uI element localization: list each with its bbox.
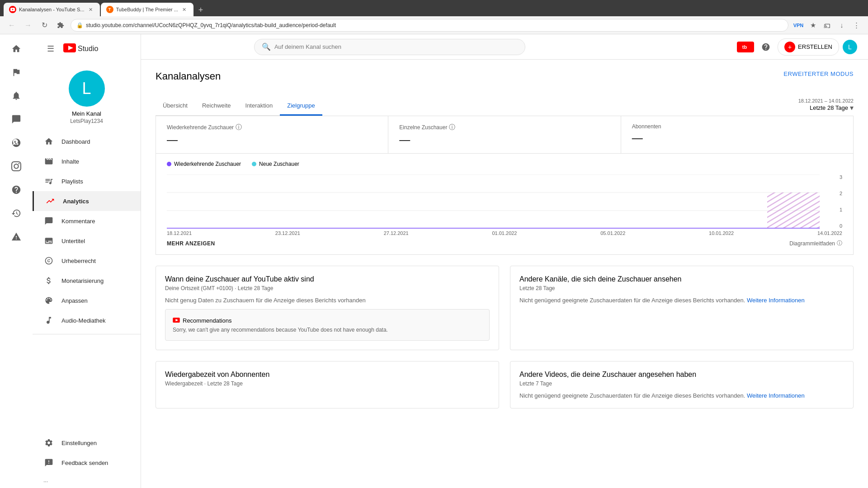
rec-header: Recommendations — [173, 317, 482, 324]
info-card-active-times: Wann deine Zuschauer auf YouTube aktiv s… — [156, 266, 499, 350]
extensions-button[interactable] — [54, 19, 67, 32]
other-videos-link[interactable]: Weitere Informationen — [747, 392, 805, 399]
tab-close-1[interactable]: ✕ — [87, 6, 94, 13]
help-button[interactable] — [758, 39, 774, 55]
quick-icon-bell[interactable] — [5, 85, 27, 107]
more-button[interactable]: ... — [33, 473, 141, 488]
user-avatar[interactable]: L — [843, 40, 857, 54]
cast-icon[interactable] — [821, 19, 834, 32]
sidebar-label-audio-mediathek: Audio-Mediathek — [61, 317, 106, 324]
tubebuddy-button[interactable]: tb — [737, 42, 754, 52]
nav-divider — [33, 334, 141, 334]
quick-icon-home[interactable] — [5, 38, 27, 60]
new-tab-button[interactable]: + — [194, 4, 207, 16]
chart-container: 3 2 1 0 — [167, 174, 842, 229]
channel-profile: L Mein Kanal LetsPlay1234 — [33, 63, 141, 131]
address-bar[interactable]: 🔒 studio.youtube.com/channel/UCocN6zQPHQ… — [71, 19, 788, 32]
diagramm-link[interactable]: Diagrammleitfaden ⓘ — [789, 239, 842, 247]
other-channels-subtitle: Letzte 28 Tage — [519, 285, 844, 291]
browser-tab-active[interactable]: Kanalanalysen - YouTube S... ✕ — [4, 3, 100, 16]
chart-x-labels: 18.12.2021 23.12.2021 27.12.2021 01.01.2… — [167, 230, 842, 236]
legend-item-1: Neue Zuschauer — [252, 161, 299, 167]
quick-icon-message[interactable] — [5, 108, 27, 130]
channel-handle: LetsPlay1234 — [70, 118, 103, 124]
tab-ubersicht[interactable]: Übersicht — [156, 97, 195, 116]
nav-items: Dashboard Inhalte Playlists Analytics — [33, 131, 141, 330]
sidebar-item-feedback[interactable]: Feedback senden — [33, 453, 141, 473]
sidebar-item-dashboard[interactable]: Dashboard — [33, 131, 141, 151]
sidebar-item-inhalte[interactable]: Inhalte — [33, 151, 141, 171]
sidebar-label-analytics: Analytics — [63, 198, 89, 205]
search-bar[interactable]: 🔍 — [254, 39, 525, 55]
money-icon — [43, 275, 54, 286]
main-content: 🔍 tb + ERSTELLEN L — [141, 34, 868, 488]
search-input[interactable] — [274, 43, 518, 50]
sidebar-item-playlists[interactable]: Playlists — [33, 171, 141, 191]
sidebar-item-analytics[interactable]: Analytics — [33, 191, 141, 211]
subtitle-icon — [43, 235, 54, 246]
vpn-icon[interactable]: VPN — [792, 19, 805, 32]
sidebar-label-inhalte: Inhalte — [61, 158, 79, 165]
sidebar-item-monetarisierung[interactable]: Monetarisierung — [33, 271, 141, 291]
quick-icon-warning[interactable] — [5, 226, 27, 248]
quick-icon-instagram[interactable] — [5, 155, 27, 177]
date-range-label: Letzte 28 Tage — [810, 104, 848, 111]
browser-tab-2[interactable]: T TubeBuddy | The Premier ... ✕ — [101, 3, 193, 16]
erstellen-button[interactable]: + ERSTELLEN — [778, 38, 839, 56]
metric-value-2: — — [632, 131, 842, 144]
sidebar-item-urheberrecht[interactable]: Urheberrecht — [33, 251, 141, 271]
metric-card-0: Wiederkehrende Zuschauer ⓘ — — [156, 116, 388, 153]
info-card-other-videos: Andere Videos, die deine Zuschauer anges… — [510, 361, 854, 408]
download-icon[interactable]: ↓ — [835, 19, 848, 32]
analytics-content: Kanalanalysen ERWEITERTER MODUS Übersich… — [141, 60, 868, 488]
date-range-select[interactable]: Letzte 28 Tage ▾ — [810, 103, 854, 112]
more-options-icon[interactable]: ⋮ — [850, 19, 863, 32]
search-icon: 🔍 — [262, 42, 271, 51]
tab-zielgruppe[interactable]: Zielgruppe — [280, 97, 322, 116]
yt-logo-text: Studio — [78, 45, 98, 53]
extended-mode-link[interactable]: ERWEITERTER MODUS — [783, 70, 854, 77]
chart-svg — [167, 174, 842, 229]
back-button[interactable]: ← — [5, 19, 18, 32]
quick-icon-whatsapp[interactable] — [5, 132, 27, 154]
sidebar-item-kommentare[interactable]: Kommentare — [33, 211, 141, 231]
quick-icon-flag[interactable] — [5, 61, 27, 83]
erstellen-label: ERSTELLEN — [798, 43, 832, 50]
page-title: Kanalanalysen — [156, 70, 221, 82]
legend-dot-blue — [252, 162, 256, 166]
playlist-icon — [43, 176, 54, 187]
sidebar-item-einstellungen[interactable]: Einstellungen — [33, 433, 141, 453]
info-icon-0[interactable]: ⓘ — [236, 123, 242, 131]
hamburger-button[interactable]: ☰ — [43, 42, 58, 56]
other-channels-link[interactable]: Weitere Informationen — [747, 297, 805, 304]
mehr-anzeigen-button[interactable]: MEHR ANZEIGEN — [167, 240, 215, 247]
y-axis-labels: 3 2 1 0 — [840, 174, 842, 229]
reload-button[interactable]: ↻ — [38, 19, 51, 32]
comment-icon — [43, 216, 54, 226]
quick-icon-clock[interactable] — [5, 202, 27, 224]
top-bar-right: tb + ERSTELLEN L — [737, 38, 857, 56]
svg-rect-7 — [767, 192, 820, 228]
erstellen-icon: + — [784, 42, 795, 52]
tab-reichweite[interactable]: Reichweite — [195, 97, 238, 116]
channel-name: Mein Kanal — [72, 110, 101, 117]
sidebar-item-untertitel[interactable]: Untertitel — [33, 231, 141, 251]
tab-label-1: Kanalanalysen - YouTube S... — [19, 7, 85, 12]
quick-icon-question[interactable] — [5, 179, 27, 201]
info-icon-1[interactable]: ⓘ — [449, 123, 455, 131]
forward-button[interactable]: → — [22, 19, 34, 32]
channel-avatar[interactable]: L — [69, 70, 105, 107]
sidebar-item-audio-mediathek[interactable]: Audio-Mediathek — [33, 310, 141, 330]
legend-item-0: Wiederkehrende Zuschauer — [167, 161, 241, 167]
tubebuddy-icon-label: tb — [742, 44, 747, 50]
metric-value-0: — — [167, 133, 377, 146]
wiedergabezeit-title: Wiedergabezeit von Abonnenten — [165, 371, 490, 379]
yt-studio-logo: Studio — [63, 43, 98, 55]
wiedergabezeit-subtitle: Wiedergabezeit · Letzte 28 Tage — [165, 380, 490, 387]
sidebar-item-anpassen[interactable]: Anpassen — [33, 291, 141, 310]
legend-label-1: Neue Zuschauer — [259, 161, 299, 167]
tab-close-2[interactable]: ✕ — [181, 6, 188, 13]
bookmark-icon[interactable]: ★ — [807, 19, 819, 32]
metric-card-1: Einzelne Zuschauer ⓘ — — [388, 116, 621, 153]
tab-interaktion[interactable]: Interaktion — [238, 97, 280, 116]
